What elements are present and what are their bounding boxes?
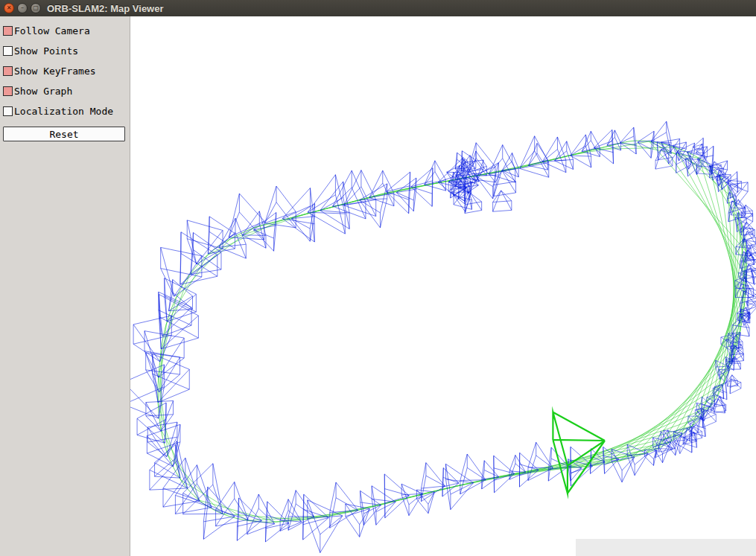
map-viewport[interactable]: [130, 16, 756, 556]
map-canvas[interactable]: [130, 16, 756, 556]
reset-button[interactable]: Reset: [3, 127, 125, 141]
titlebar[interactable]: ✕ – ▢ ORB-SLAM2: Map Viewer: [0, 0, 756, 16]
checkbox-label-follow-camera: Follow Camera: [14, 25, 90, 36]
checkbox-follow-camera[interactable]: Follow Camera: [3, 21, 127, 41]
control-panel: Follow Camera Show Points Show KeyFrames…: [0, 16, 130, 556]
checkbox-show-keyframes[interactable]: Show KeyFrames: [3, 61, 127, 81]
checkbox-label-show-points: Show Points: [14, 45, 78, 57]
checkbox-box-show-keyframes[interactable]: [3, 66, 13, 76]
orb-slam2-window: ✕ – ▢ ORB-SLAM2: Map Viewer Follow Camer…: [0, 0, 756, 556]
minimize-button[interactable]: –: [17, 3, 28, 13]
checkbox-localization-mode[interactable]: Localization Mode: [3, 101, 127, 121]
maximize-button[interactable]: ▢: [31, 3, 41, 13]
window-title: ORB-SLAM2: Map Viewer: [47, 3, 164, 14]
checkbox-label-show-graph: Show Graph: [14, 86, 72, 97]
minimize-icon: –: [21, 5, 24, 11]
checkbox-box-localization-mode[interactable]: [3, 106, 13, 116]
close-icon: ✕: [7, 5, 12, 11]
checkbox-box-show-points[interactable]: [3, 46, 13, 56]
bottom-right-artifact: [576, 539, 756, 556]
checkbox-label-show-keyframes: Show KeyFrames: [14, 65, 96, 77]
checkbox-show-graph[interactable]: Show Graph: [3, 81, 127, 101]
maximize-icon: ▢: [33, 5, 39, 11]
close-button[interactable]: ✕: [4, 3, 14, 13]
checkbox-box-follow-camera[interactable]: [3, 26, 13, 36]
checkbox-show-points[interactable]: Show Points: [3, 41, 127, 61]
checkbox-label-localization-mode: Localization Mode: [14, 106, 113, 117]
checkbox-box-show-graph[interactable]: [3, 86, 13, 96]
